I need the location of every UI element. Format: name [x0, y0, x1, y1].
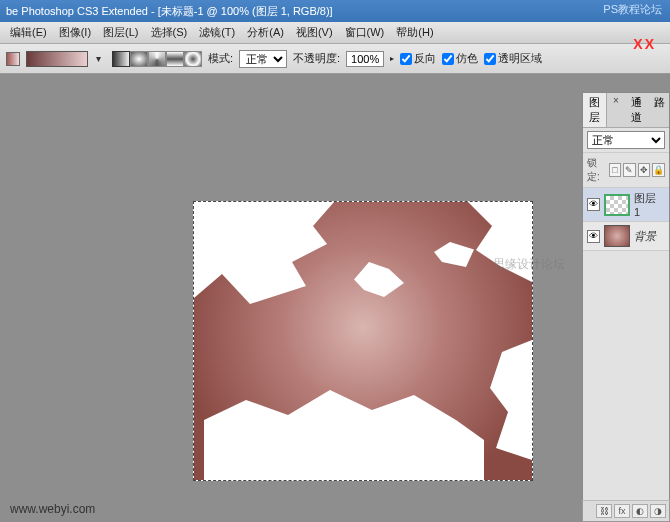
menu-layer[interactable]: 图层(L) — [97, 25, 144, 40]
layer-row-bg[interactable]: 👁 背景 — [583, 222, 669, 251]
tab-channels[interactable]: 通道 — [625, 93, 648, 127]
mode-label: 模式: — [208, 51, 233, 66]
opacity-input[interactable] — [346, 51, 384, 67]
app-title: be Photoshop CS3 Extended - [未标题-1 @ 100… — [6, 4, 333, 19]
gradient-type-group — [112, 51, 202, 67]
lock-all-icon[interactable]: 🔒 — [652, 163, 665, 177]
layer-thumbnail[interactable] — [604, 225, 630, 247]
gradient-radial-icon[interactable] — [130, 51, 148, 67]
opacity-arrow-icon[interactable]: ▸ — [390, 54, 394, 63]
brand-label: PS教程论坛 — [603, 2, 662, 17]
layer-name: 图层 1 — [634, 191, 665, 218]
white-region — [434, 242, 474, 267]
lock-label: 锁定: — [587, 156, 607, 184]
white-region — [204, 380, 484, 480]
opacity-label: 不透明度: — [293, 51, 340, 66]
panel-tabs: 图层 × 通道 路 — [583, 93, 669, 128]
menu-image[interactable]: 图像(I) — [53, 25, 97, 40]
panel-footer: ⛓ fx ◐ ◑ — [582, 500, 670, 522]
document-canvas[interactable] — [193, 201, 533, 481]
white-region — [354, 262, 404, 297]
blend-mode-select[interactable]: 正常 — [587, 131, 665, 149]
xx-label: XX — [633, 36, 656, 52]
white-region — [194, 202, 334, 322]
menu-analysis[interactable]: 分析(A) — [241, 25, 290, 40]
link-layers-icon[interactable]: ⛓ — [596, 504, 612, 518]
watermark-cn: 思缘设计论坛 — [493, 256, 565, 273]
menu-bar: 编辑(E) 图像(I) 图层(L) 选择(S) 滤镜(T) 分析(A) 视图(V… — [0, 22, 670, 44]
tab-paths[interactable]: 路 — [648, 93, 670, 127]
gradient-reflected-icon[interactable] — [166, 51, 184, 67]
layers-panel: 图层 × 通道 路 正常 锁定: □ ✎ ✥ 🔒 👁 图层 1 👁 背景 — [582, 92, 670, 522]
layer-mask-icon[interactable]: ◐ — [632, 504, 648, 518]
gradient-linear-icon[interactable] — [112, 51, 130, 67]
tab-layers[interactable]: 图层 — [583, 93, 607, 127]
bottom-watermark: www.webyi.com — [10, 502, 95, 516]
canvas-content — [194, 202, 532, 480]
menu-help[interactable]: 帮助(H) — [390, 25, 439, 40]
gradient-angle-icon[interactable] — [148, 51, 166, 67]
lock-pixels-icon[interactable]: ✎ — [623, 163, 635, 177]
layer-thumbnail[interactable] — [604, 194, 630, 216]
layer-name: 背景 — [634, 229, 656, 244]
lock-row: 锁定: □ ✎ ✥ 🔒 — [583, 153, 669, 188]
panel-empty — [583, 251, 669, 522]
transparency-checkbox[interactable]: 透明区域 — [484, 51, 542, 66]
gradient-preview[interactable] — [26, 51, 88, 67]
menu-edit[interactable]: 编辑(E) — [4, 25, 53, 40]
visibility-icon[interactable]: 👁 — [587, 198, 600, 211]
visibility-icon[interactable]: 👁 — [587, 230, 600, 243]
mode-select[interactable]: 正常 — [239, 50, 287, 68]
menu-filter[interactable]: 滤镜(T) — [193, 25, 241, 40]
gradient-diamond-icon[interactable] — [184, 51, 202, 67]
menu-select[interactable]: 选择(S) — [145, 25, 194, 40]
title-bar: be Photoshop CS3 Extended - [未标题-1 @ 100… — [0, 0, 670, 22]
tool-swatch-icon[interactable] — [6, 52, 20, 66]
options-bar: 模式: 正常 不透明度: ▸ 反向 仿色 透明区域 — [0, 44, 670, 74]
layer-row-1[interactable]: 👁 图层 1 — [583, 188, 669, 222]
menu-window[interactable]: 窗口(W) — [339, 25, 391, 40]
lock-position-icon[interactable]: ✥ — [638, 163, 650, 177]
adjustment-layer-icon[interactable]: ◑ — [650, 504, 666, 518]
menu-view[interactable]: 视图(V) — [290, 25, 339, 40]
reverse-checkbox[interactable]: 反向 — [400, 51, 436, 66]
lock-transparent-icon[interactable]: □ — [609, 163, 621, 177]
layer-fx-icon[interactable]: fx — [614, 504, 630, 518]
dither-checkbox[interactable]: 仿色 — [442, 51, 478, 66]
